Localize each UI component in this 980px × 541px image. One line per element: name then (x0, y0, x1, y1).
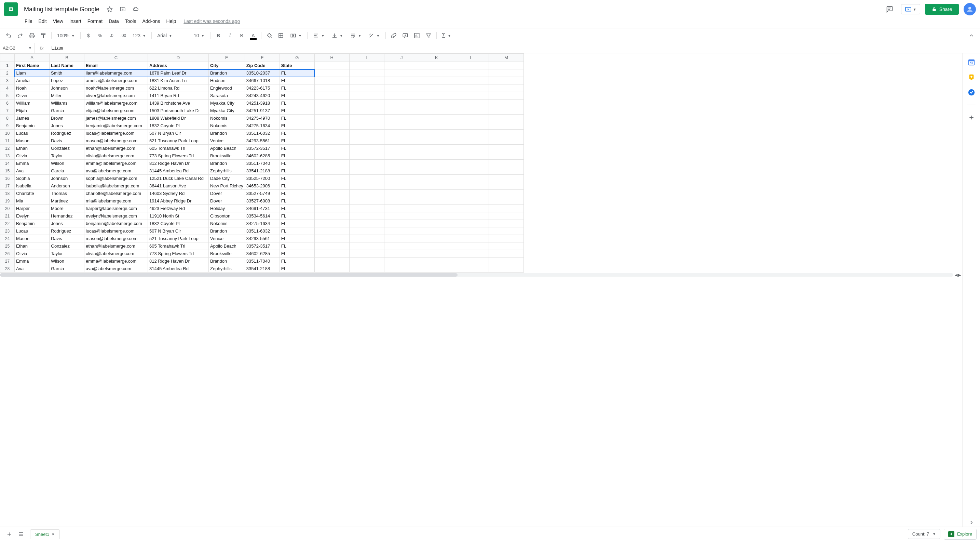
cell[interactable] (314, 77, 349, 85)
cell[interactable] (384, 77, 419, 85)
row-header[interactable]: 10 (0, 129, 15, 137)
cell[interactable] (384, 235, 419, 243)
cell[interactable] (384, 145, 419, 152)
cell[interactable]: Hudson (209, 77, 245, 85)
rotate-select[interactable]: ▼ (366, 31, 383, 40)
cell[interactable] (384, 175, 419, 182)
percent-icon[interactable]: % (95, 30, 105, 41)
cell[interactable] (419, 182, 454, 190)
cell[interactable] (419, 69, 454, 77)
cell[interactable]: william@labelsmerge.com (84, 99, 148, 107)
cell[interactable]: 33541-2188 (245, 167, 280, 175)
cell[interactable] (314, 137, 349, 145)
cell[interactable] (314, 129, 349, 137)
cell[interactable]: Williams (49, 99, 84, 107)
italic-icon[interactable]: I (225, 30, 235, 41)
insert-chart-icon[interactable] (412, 30, 422, 41)
cell[interactable]: 1678 Palm Leaf Dr (148, 69, 209, 77)
cell[interactable] (419, 99, 454, 107)
cell[interactable] (419, 175, 454, 182)
print-icon[interactable] (27, 30, 37, 41)
cell[interactable]: FL (280, 167, 314, 175)
cell[interactable]: City (209, 62, 245, 69)
cell[interactable]: Garcia (49, 265, 84, 273)
menu-format[interactable]: Format (85, 17, 105, 25)
cell[interactable] (314, 122, 349, 129)
cell[interactable] (314, 227, 349, 235)
cell[interactable] (419, 107, 454, 115)
cell[interactable] (454, 182, 488, 190)
doc-title[interactable]: Mailing list template Google (22, 5, 102, 14)
cell[interactable]: Lucas (15, 227, 49, 235)
cell[interactable] (454, 129, 488, 137)
cell[interactable]: FL (280, 220, 314, 227)
undo-icon[interactable] (3, 30, 14, 41)
cell[interactable] (488, 220, 523, 227)
cell[interactable] (419, 77, 454, 85)
cell[interactable] (419, 212, 454, 220)
cell[interactable] (314, 190, 349, 197)
cell[interactable]: amelia@labelsmerge.com (84, 77, 148, 85)
cell[interactable]: 812 Ridge Haven Dr (148, 160, 209, 167)
cell[interactable] (419, 250, 454, 257)
functions-select[interactable]: Σ▼ (439, 31, 454, 41)
cell[interactable] (488, 160, 523, 167)
cell[interactable]: Wilson (49, 257, 84, 265)
cell[interactable] (454, 257, 488, 265)
cell[interactable] (488, 77, 523, 85)
cell[interactable] (384, 197, 419, 205)
cell[interactable] (349, 182, 384, 190)
cell[interactable]: lucas@labelsmerge.com (84, 129, 148, 137)
cell[interactable]: 1832 Coyote Pl (148, 122, 209, 129)
cell[interactable] (349, 115, 384, 122)
cell[interactable]: 34243-4620 (245, 92, 280, 99)
hide-sidepanel-icon[interactable] (967, 519, 975, 527)
cell[interactable]: 33511-6032 (245, 227, 280, 235)
cell[interactable] (419, 122, 454, 129)
cell[interactable]: elijah@labelsmerge.com (84, 107, 148, 115)
col-header-K[interactable]: K (419, 54, 454, 62)
sheet-scroll[interactable]: ABCDEFGHIJKLM1First NameLast NameEmailAd… (0, 53, 962, 527)
cell[interactable] (488, 235, 523, 243)
cell[interactable]: Brandon (209, 160, 245, 167)
cell[interactable]: mia@labelsmerge.com (84, 197, 148, 205)
cell[interactable] (454, 152, 488, 160)
cell[interactable] (454, 250, 488, 257)
cell[interactable] (314, 62, 349, 69)
cell[interactable] (454, 69, 488, 77)
cell[interactable] (454, 122, 488, 129)
cell[interactable] (454, 115, 488, 122)
cell[interactable] (314, 265, 349, 273)
cell[interactable] (488, 197, 523, 205)
scroll-right-icon[interactable]: ▶ (958, 273, 961, 277)
cell[interactable] (349, 69, 384, 77)
cell[interactable]: Brandon (209, 227, 245, 235)
cell[interactable]: 1831 Kim Acres Ln (148, 77, 209, 85)
cell[interactable]: 33527-5749 (245, 190, 280, 197)
cell[interactable]: Nokomis (209, 115, 245, 122)
col-header-I[interactable]: I (349, 54, 384, 62)
cell[interactable]: FL (280, 160, 314, 167)
cell[interactable]: olivia@labelsmerge.com (84, 152, 148, 160)
cell[interactable]: Moore (49, 205, 84, 212)
cell[interactable]: FL (280, 129, 314, 137)
cell[interactable]: 1411 Bryan Rd (148, 92, 209, 99)
cell[interactable]: 33534-5614 (245, 212, 280, 220)
cell[interactable] (349, 160, 384, 167)
cell[interactable]: Benjamin (15, 220, 49, 227)
cell[interactable]: Emma (15, 257, 49, 265)
cell[interactable]: Zephyrhills (209, 265, 245, 273)
menu-help[interactable]: Help (164, 17, 179, 25)
col-header-C[interactable]: C (84, 54, 148, 62)
cell[interactable] (349, 227, 384, 235)
cell[interactable] (314, 107, 349, 115)
cell[interactable]: olivia@labelsmerge.com (84, 250, 148, 257)
tasks-icon[interactable] (967, 88, 975, 96)
text-color-icon[interactable]: A (248, 30, 258, 41)
cell[interactable]: 34602-6285 (245, 152, 280, 160)
cell[interactable]: Nokomis (209, 220, 245, 227)
cell[interactable] (419, 257, 454, 265)
cell[interactable] (384, 265, 419, 273)
cell[interactable] (314, 160, 349, 167)
cell[interactable]: Brown (49, 115, 84, 122)
